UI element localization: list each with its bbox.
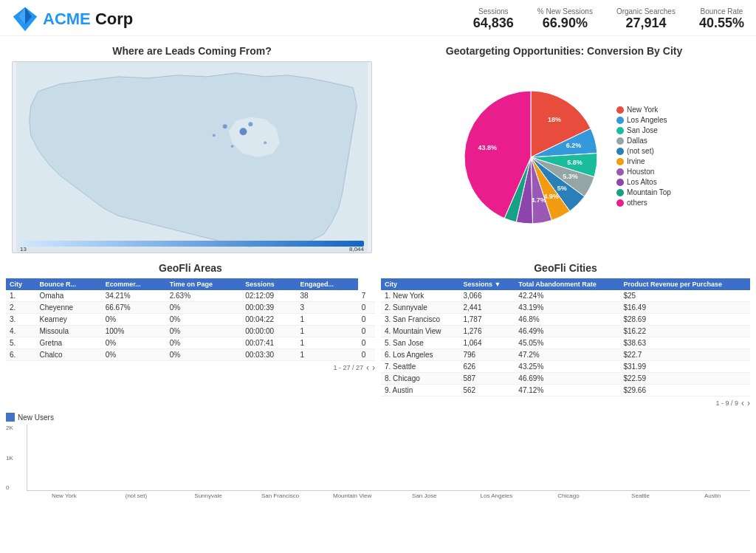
bar-legend-color <box>6 413 15 422</box>
stat-item: % New Sessions66.90% <box>537 7 593 31</box>
map-legend-labels: 13 8,044 <box>20 246 364 253</box>
svg-point-4 <box>240 128 247 135</box>
table-row: 8. Chicago58746.69%$22.59 <box>381 373 750 385</box>
legend-label: Houston <box>627 168 654 176</box>
legend-dot <box>616 179 624 186</box>
pie-label: 4.7% <box>531 196 546 204</box>
table-row: 6.Chalco0%0%00:03:3010 <box>6 349 375 361</box>
table-cell: 0% <box>102 349 166 361</box>
table-cell: Gretna <box>35 337 101 349</box>
legend-dot <box>616 168 624 176</box>
table-cell: 0% <box>102 337 166 349</box>
table-header: City <box>6 278 35 290</box>
table-row: 6. Los Angeles79647.2%$22.7 <box>381 349 750 361</box>
table-cell: 00:07:41 <box>241 337 296 349</box>
legend-dot <box>616 137 624 145</box>
legend-dot <box>616 158 624 165</box>
table-cell: 1. New York <box>381 290 459 302</box>
prev-page-btn[interactable]: ‹ <box>366 363 369 373</box>
legend-item: others <box>616 199 671 207</box>
bar-legend: New Users <box>6 413 750 422</box>
table-cell: Missoula <box>35 326 101 337</box>
table-cell: 02:12:09 <box>241 290 296 302</box>
table-header: Engaged... <box>296 278 357 290</box>
legend-label: Los Angeles <box>627 116 667 124</box>
table-cell: 3 <box>296 302 357 314</box>
table-cell: 626 <box>459 361 515 373</box>
table-row: 2.Cheyenne66.67%0%00:00:3930 <box>6 302 375 314</box>
table-cell: 3. <box>6 314 35 326</box>
table-cell: 6. <box>6 349 35 361</box>
bar-city-label: Austin <box>678 491 747 499</box>
legend-item: Los Altos <box>616 178 671 186</box>
legend-item: New York <box>616 106 671 114</box>
legend-item: Mountain Top <box>616 188 671 196</box>
map-title: Where are Leads Coming From? <box>12 45 372 57</box>
table-header: Product Revenue per Purchase <box>619 278 750 290</box>
pie-label: 43.8% <box>478 144 498 151</box>
table-cell: $28.69 <box>619 314 750 326</box>
table-cell: 7 <box>358 290 375 302</box>
stat-item: Sessions64,836 <box>473 7 514 31</box>
svg-point-8 <box>213 134 216 137</box>
table-cell: 1 <box>296 349 357 361</box>
svg-point-6 <box>248 122 252 126</box>
pie-section: Geotargeting Opportunities: Conversion B… <box>378 42 750 256</box>
cities-prev-btn[interactable]: ‹ <box>741 398 744 408</box>
table-cell: 47.12% <box>515 385 619 396</box>
table-row: 7. Seattle62643.25%$31.99 <box>381 361 750 373</box>
table-cell: 1. <box>6 290 35 302</box>
table-cell: 00:04:22 <box>241 314 296 326</box>
geofli-cities-title: GeoFli Cities <box>381 262 750 274</box>
pie-label: 5.8% <box>567 159 583 166</box>
table-cell: $31.99 <box>619 361 750 373</box>
table-cell: 66.67% <box>102 302 166 314</box>
legend-item: Houston <box>616 168 671 176</box>
table-cell: 00:03:30 <box>241 349 296 361</box>
table-header: Sessions ▼ <box>459 278 515 290</box>
table-cell: 1,787 <box>459 314 515 326</box>
table-cell: 1,276 <box>459 326 515 337</box>
table-cell: $22.59 <box>619 373 750 385</box>
cities-next-btn[interactable]: › <box>747 398 750 408</box>
table-cell: 0% <box>166 349 241 361</box>
pie-legend: New YorkLos AngelesSan JoseDallas(not se… <box>616 106 671 209</box>
bar-city-label: Sunnyvale <box>173 491 243 499</box>
table-cell: $16.22 <box>619 326 750 337</box>
table-row: 5. San Jose1,06445.05%$38.63 <box>381 337 750 349</box>
table-cell: 0 <box>358 337 375 349</box>
table-cell: 7. Seattle <box>381 361 459 373</box>
stat-label: Sessions <box>473 7 514 16</box>
table-cell: 46.49% <box>515 326 619 337</box>
table-cell: 3. San Francisco <box>381 314 459 326</box>
table-row: 9. Austin56247.12%$29.66 <box>381 385 750 396</box>
legend-label: others <box>627 199 647 207</box>
table-cell: 1 <box>296 314 357 326</box>
table-cell: 45.05% <box>515 337 619 349</box>
table-cell: 2. Sunnyvale <box>381 302 459 314</box>
pie-label: 5.3% <box>563 173 578 180</box>
legend-label: San Jose <box>627 126 658 134</box>
stats-area: Sessions64,836% New Sessions66.90%Organi… <box>473 7 744 31</box>
table-cell: 100% <box>102 326 166 337</box>
next-page-btn[interactable]: › <box>372 363 375 373</box>
y-axis: 2K 1K 0 <box>6 425 13 491</box>
table-cell: 4. <box>6 326 35 337</box>
table-cell: $29.66 <box>619 385 750 396</box>
table-cell: 8. Chicago <box>381 373 459 385</box>
table-cell: 47.2% <box>515 349 619 361</box>
table-cell: 46.8% <box>515 314 619 326</box>
geofli-cities-pagination: 1 - 9 / 9 ‹ › <box>381 396 750 410</box>
legend-dot <box>616 106 624 114</box>
table-row: 1.Omaha34.21%2.63%02:12:09387 <box>6 290 375 302</box>
stat-value: 64,836 <box>473 16 514 31</box>
geofli-areas-table: CityBounce R...Ecommer...Time on PageSes… <box>6 278 375 361</box>
geofli-cities-table: CitySessions ▼Total Abandonment RateProd… <box>381 278 750 396</box>
bottom-section: GeoFli Areas CityBounce R...Ecommer...Ti… <box>0 262 756 413</box>
table-cell: 43.25% <box>515 361 619 373</box>
geofli-areas-section: GeoFli Areas CityBounce R...Ecommer...Ti… <box>6 262 375 410</box>
table-cell: 4. Mountain View <box>381 326 459 337</box>
header: ACME Corp Sessions64,836% New Sessions66… <box>0 0 756 36</box>
table-cell: $22.7 <box>619 349 750 361</box>
table-row: 2. Sunnyvale2,44143.19%$16.49 <box>381 302 750 314</box>
